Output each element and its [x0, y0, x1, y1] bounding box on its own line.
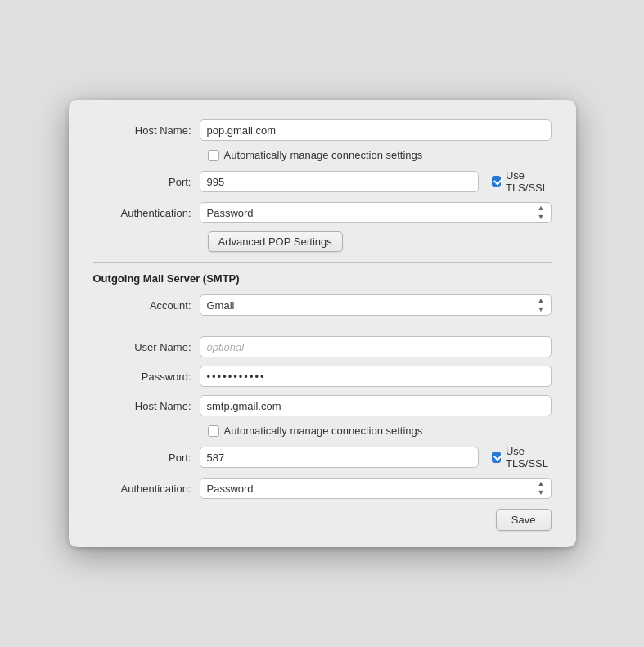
outgoing-auth-row: Authentication: Password MD5 Challenge-R…: [93, 478, 552, 499]
incoming-auth-control: Password MD5 Challenge-Response NTLM Ker…: [200, 202, 552, 223]
save-row: Save: [93, 509, 552, 531]
outgoing-host-label: Host Name:: [93, 400, 200, 412]
incoming-port-input[interactable]: [200, 171, 480, 192]
outgoing-account-row: Account: Gmail None ▲ ▼: [93, 294, 552, 316]
incoming-auth-select[interactable]: Password MD5 Challenge-Response NTLM Ker…: [200, 202, 552, 223]
account-divider: [93, 326, 552, 326]
outgoing-auth-select-wrapper: Password MD5 Challenge-Response NTLM Ker…: [200, 478, 552, 499]
incoming-tls-label[interactable]: Use TLS/SSL: [506, 169, 552, 194]
incoming-auth-row: Authentication: Password MD5 Challenge-R…: [93, 202, 552, 223]
outgoing-host-row: Host Name:: [93, 395, 552, 416]
outgoing-auth-label: Authentication:: [93, 483, 200, 495]
settings-window: Host Name: Automatically manage connecti…: [69, 100, 576, 547]
outgoing-host-control: [200, 395, 552, 416]
outgoing-password-row: Password:: [93, 366, 552, 387]
outgoing-port-label: Port:: [93, 452, 200, 464]
outgoing-port-input[interactable]: [200, 447, 480, 468]
outgoing-auto-manage-text: Automatically manage connection settings: [224, 425, 423, 437]
incoming-auto-manage-row: Automatically manage connection settings: [208, 149, 552, 161]
outgoing-username-row: User Name:: [93, 336, 552, 357]
outgoing-password-input[interactable]: [200, 366, 552, 387]
outgoing-username-input[interactable]: [200, 336, 552, 357]
outgoing-password-label: Password:: [93, 371, 200, 383]
outgoing-auth-select[interactable]: Password MD5 Challenge-Response NTLM Ker…: [200, 478, 552, 499]
outgoing-tls-label[interactable]: Use TLS/SSL: [506, 445, 552, 470]
incoming-host-label: Host Name:: [93, 124, 200, 137]
outgoing-account-label: Account:: [93, 299, 200, 312]
advanced-pop-button[interactable]: Advanced POP Settings: [208, 231, 343, 252]
outgoing-auto-manage-checkbox[interactable]: [208, 425, 219, 437]
incoming-host-input[interactable]: [200, 119, 552, 141]
incoming-port-row: Port: Use TLS/SSL: [93, 169, 552, 194]
incoming-auto-manage-checkbox[interactable]: [208, 150, 219, 161]
incoming-auto-manage-label[interactable]: Automatically manage connection settings: [208, 149, 423, 161]
outgoing-port-row: Port: Use TLS/SSL: [93, 445, 552, 470]
section-divider: [93, 262, 552, 263]
advanced-pop-button-row: Advanced POP Settings: [208, 231, 552, 252]
incoming-auth-label: Authentication:: [93, 207, 200, 219]
incoming-auth-select-wrapper: Password MD5 Challenge-Response NTLM Ker…: [200, 202, 552, 223]
outgoing-tls-checkbox[interactable]: [492, 452, 500, 463]
outgoing-account-select-wrapper: Gmail None ▲ ▼: [200, 294, 552, 316]
outgoing-username-label: User Name:: [93, 341, 200, 353]
incoming-tls-group: Use TLS/SSL: [492, 169, 551, 194]
outgoing-tls-group: Use TLS/SSL: [492, 445, 551, 470]
outgoing-section-header: Outgoing Mail Server (SMTP): [93, 272, 552, 285]
outgoing-auto-manage-label[interactable]: Automatically manage connection settings: [208, 425, 423, 437]
incoming-host-row: Host Name:: [93, 119, 552, 141]
save-button[interactable]: Save: [496, 509, 552, 531]
outgoing-auto-manage-row: Automatically manage connection settings: [208, 425, 552, 437]
outgoing-account-select[interactable]: Gmail None: [200, 294, 552, 316]
outgoing-host-input[interactable]: [200, 395, 552, 416]
incoming-tls-checkbox[interactable]: [492, 176, 500, 187]
outgoing-username-control: [200, 336, 552, 357]
incoming-host-control: [200, 119, 552, 141]
outgoing-auth-control: Password MD5 Challenge-Response NTLM Ker…: [200, 478, 552, 499]
incoming-auto-manage-text: Automatically manage connection settings: [224, 149, 423, 161]
incoming-port-label: Port:: [93, 176, 200, 188]
outgoing-account-control: Gmail None ▲ ▼: [200, 294, 552, 316]
outgoing-password-control: [200, 366, 552, 387]
